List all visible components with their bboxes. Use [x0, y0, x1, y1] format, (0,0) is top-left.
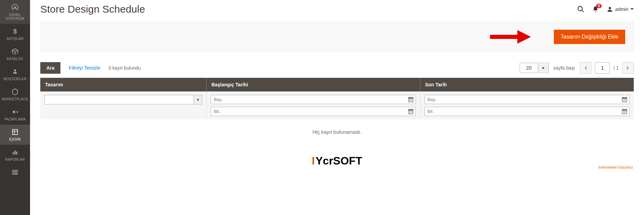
column-header-design[interactable]: Tasarım	[40, 78, 207, 91]
svg-rect-50	[623, 113, 624, 113]
svg-rect-39	[626, 99, 626, 100]
prev-page-button[interactable]	[580, 62, 591, 74]
svg-point-2	[14, 69, 16, 71]
search-button[interactable]: Ara	[40, 62, 60, 74]
svg-rect-28	[410, 111, 411, 112]
svg-rect-12	[490, 35, 519, 39]
sidebar-item-content[interactable]: İÇERİK	[0, 125, 30, 145]
svg-rect-8	[16, 152, 17, 154]
user-label: admin	[615, 6, 628, 12]
svg-text:$: $	[13, 28, 17, 35]
search-button[interactable]	[577, 5, 585, 13]
bars-icon	[12, 148, 18, 156]
date-input-field[interactable]	[425, 107, 620, 116]
chevron-down-icon: ▼	[538, 64, 548, 72]
reset-filter-link[interactable]: Filtreyi Temizle	[69, 65, 100, 71]
design-filter-select[interactable]: ▼	[44, 95, 202, 104]
toolbar-left: Ara Filtreyi Temizle 0 kayıt bulundu	[40, 62, 141, 74]
sidebar-label: MARKETPLACE	[2, 97, 28, 101]
page-size-selector[interactable]: 20 ▼	[520, 63, 548, 73]
sidebar-label: GENEL GÖRÜNÜM	[1, 13, 29, 20]
svg-rect-30	[409, 113, 410, 113]
select-value	[45, 95, 194, 104]
svg-rect-46	[626, 109, 626, 110]
date-to-end-input[interactable]	[424, 107, 630, 116]
empty-row: Hiç kayıt bulunamadı.	[40, 119, 634, 144]
toolbar-right: 20 ▼ sayfa başı / 1	[520, 62, 634, 74]
svg-rect-49	[626, 111, 626, 112]
per-page-label: sayfa başı	[554, 65, 575, 71]
top-actions: 9 admin	[577, 5, 634, 13]
svg-point-9	[578, 6, 583, 11]
sidebar-item-stores[interactable]	[0, 165, 30, 181]
svg-rect-31	[410, 113, 411, 113]
sidebar-item-marketplace[interactable]: MARKETPLACE	[0, 84, 30, 104]
admin-sidebar: GENEL GÖRÜNÜM $ SATIŞLAR KATALOG MÜŞTERİ…	[0, 0, 30, 215]
sidebar-label: PAZARLAMA	[4, 117, 26, 121]
calendar-icon[interactable]	[620, 107, 629, 116]
hexagon-icon	[11, 88, 19, 96]
filter-row: ▼	[40, 91, 634, 119]
next-page-button[interactable]	[622, 62, 634, 74]
sidebar-item-reports[interactable]: RAPORLAR	[0, 145, 30, 165]
date-from-start-input[interactable]	[211, 95, 416, 104]
sidebar-item-catalog[interactable]: KATALOG	[0, 44, 30, 64]
design-schedule-grid: Tasarım Başlangıç Tarihi Son Tarih ▼	[40, 78, 634, 144]
svg-rect-52	[626, 113, 626, 113]
chevron-down-icon	[630, 8, 634, 11]
date-from-end-input[interactable]	[211, 107, 416, 116]
chevron-down-icon: ▼	[194, 95, 202, 104]
sidebar-item-customers[interactable]: MÜŞTERİLER	[0, 64, 30, 84]
calendar-icon[interactable]	[406, 107, 416, 116]
notification-badge: 9	[596, 4, 602, 8]
page-input[interactable]	[595, 62, 610, 74]
svg-rect-48	[624, 111, 625, 112]
sidebar-item-dashboard[interactable]: GENEL GÖRÜNÜM	[0, 0, 30, 24]
page-title: Store Design Schedule	[40, 3, 145, 15]
layout-icon	[12, 128, 18, 136]
total-pages: / 1	[613, 65, 619, 71]
box-icon	[11, 47, 19, 56]
sidebar-label: KATALOG	[7, 57, 23, 61]
svg-rect-32	[412, 113, 412, 113]
calendar-icon[interactable]	[620, 95, 629, 104]
svg-rect-7	[14, 150, 15, 155]
user-menu[interactable]: admin	[606, 6, 634, 13]
records-count: 0 kayıt bulundu	[109, 65, 141, 71]
logo-mark: I	[312, 155, 315, 167]
svg-rect-26	[412, 109, 412, 110]
svg-line-10	[582, 10, 584, 12]
svg-rect-20	[409, 101, 410, 101]
svg-rect-22	[412, 101, 412, 101]
megaphone-icon	[11, 108, 19, 116]
date-input-field[interactable]	[425, 95, 620, 104]
sidebar-label: SATIŞLAR	[6, 37, 24, 41]
svg-rect-42	[626, 101, 626, 101]
stores-icon	[11, 168, 19, 176]
add-design-change-button[interactable]: Tasarım Değişikliği Ekle	[554, 30, 625, 44]
date-to-start-input[interactable]	[424, 95, 630, 104]
sidebar-label: İÇERİK	[9, 138, 21, 141]
date-input-field[interactable]	[211, 107, 406, 116]
search-icon	[577, 5, 585, 13]
svg-rect-36	[626, 97, 626, 98]
person-icon	[12, 68, 18, 76]
svg-rect-38	[624, 99, 625, 100]
calendar-icon[interactable]	[406, 95, 416, 104]
svg-rect-40	[623, 101, 624, 101]
date-input-field[interactable]	[211, 95, 406, 104]
chevron-right-icon	[626, 66, 630, 70]
sidebar-item-marketing[interactable]: PAZARLAMA	[0, 104, 30, 125]
footer-logo: I YcrSOFT İnternetteki Gücünüz	[40, 155, 634, 169]
svg-rect-19	[412, 99, 412, 100]
svg-rect-27	[409, 111, 410, 112]
sidebar-item-sales[interactable]: $ SATIŞLAR	[0, 24, 30, 44]
svg-rect-29	[412, 111, 412, 112]
empty-message: Hiç kayıt bulunamadı.	[40, 119, 634, 144]
column-header-date-from[interactable]: Başlangıç Tarihi	[207, 78, 420, 91]
svg-rect-21	[410, 101, 411, 101]
notifications-button[interactable]: 9	[592, 6, 599, 13]
column-header-date-to[interactable]: Son Tarih	[420, 78, 634, 91]
svg-rect-15	[409, 97, 410, 98]
sidebar-label: MÜŞTERİLER	[3, 77, 26, 81]
